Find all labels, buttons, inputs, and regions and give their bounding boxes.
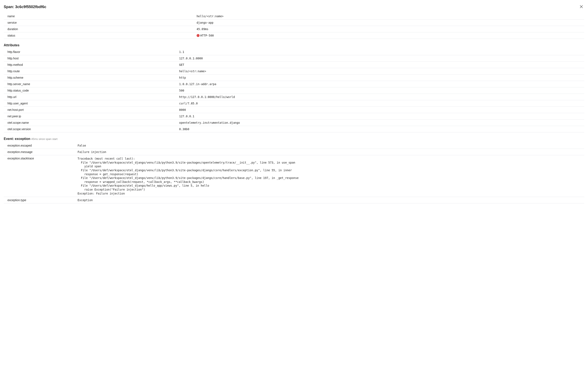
attr-value: 127.0.0.1 <box>178 113 584 120</box>
event-since: 45ms since span start <box>31 137 57 141</box>
attributes-table: http.flavor1.1http.host127.0.0.1:8000htt… <box>4 49 584 133</box>
title-prefix: Span: <box>4 5 15 9</box>
error-icon: ! <box>197 34 200 37</box>
event-heading: Event: exception 45ms since span start <box>4 137 584 141</box>
stacktrace: Traceback (most recent call last): File … <box>78 157 583 195</box>
attr-key: http.flavor <box>4 49 178 55</box>
attr-key: otel.scope.version <box>4 126 178 133</box>
event-key: exception.message <box>4 149 76 155</box>
table-row: net.peer.ip127.0.0.1 <box>4 113 584 120</box>
summary-value: hello/<str:name> <box>195 13 584 19</box>
summary-key: name <box>4 13 195 19</box>
event-table: exception.escapedFalseexception.messageF… <box>4 142 584 203</box>
table-row: http.flavor1.1 <box>4 49 584 55</box>
table-row: http.methodGET <box>4 62 584 68</box>
table-row: exception.typeException <box>4 197 584 203</box>
table-row: otel.scope.nameopentelemetry.instrumenta… <box>4 120 584 126</box>
table-row: exception.messageFailure injection <box>4 149 584 155</box>
summary-key: duration <box>4 26 195 32</box>
table-row: namehello/<str:name> <box>4 13 584 19</box>
table-row: http.status_code500 <box>4 87 584 94</box>
attr-value: http://127.0.0.1:8000/hello/world <box>178 94 584 100</box>
status-text: HTTP-500 <box>200 34 214 37</box>
table-row: duration45.09ms <box>4 26 584 32</box>
attr-value: hello/<str:name> <box>178 68 584 75</box>
summary-key: status <box>4 32 195 39</box>
span-id: 3c6c9f5502fbdf6c <box>15 5 46 9</box>
attr-value: 1.0.0.127.in-addr.arpa <box>178 81 584 87</box>
table-row: http.schemehttp <box>4 75 584 81</box>
attr-value: opentelemetry.instrumentation.django <box>178 120 584 126</box>
event-name: exception <box>15 137 30 141</box>
table-row: servicedjango-app <box>4 19 584 26</box>
table-row: exception.stacktraceTraceback (most rece… <box>4 155 584 197</box>
attr-value: GET <box>178 62 584 68</box>
summary-value: 45.09ms <box>195 26 584 32</box>
event-value: Traceback (most recent call last): File … <box>76 155 584 197</box>
event-value: False <box>76 142 584 149</box>
event-value: Exception <box>76 197 584 203</box>
attr-key: net.peer.ip <box>4 113 178 120</box>
attr-value: 500 <box>178 87 584 94</box>
attr-key: http.scheme <box>4 75 178 81</box>
event-value: Failure injection <box>76 149 584 155</box>
table-row: net.host.port8000 <box>4 107 584 113</box>
summary-key: service <box>4 19 195 26</box>
table-row: http.host127.0.0.1:8000 <box>4 55 584 62</box>
attr-key: http.method <box>4 62 178 68</box>
table-row: status!HTTP-500 <box>4 32 584 39</box>
attr-key: net.host.port <box>4 107 178 113</box>
attr-value: 1.1 <box>178 49 584 55</box>
attributes-heading: Attributes <box>4 43 584 47</box>
close-icon <box>579 6 583 9</box>
event-key: exception.stacktrace <box>4 155 76 197</box>
attr-key: http.user_agent <box>4 100 178 107</box>
event-key: exception.type <box>4 197 76 203</box>
event-key: exception.escaped <box>4 142 76 149</box>
table-row: http.routehello/<str:name> <box>4 68 584 75</box>
event-prefix: Event: <box>4 137 15 141</box>
attr-key: http.server_name <box>4 81 178 87</box>
attr-value: 127.0.0.1:8000 <box>178 55 584 62</box>
attr-key: http.route <box>4 68 178 75</box>
table-row: http.urlhttp://127.0.0.1:8000/hello/worl… <box>4 94 584 100</box>
attr-value: curl/7.85.0 <box>178 100 584 107</box>
table-row: otel.scope.version0.38b0 <box>4 126 584 133</box>
table-row: exception.escapedFalse <box>4 142 584 149</box>
summary-value: django-app <box>195 19 584 26</box>
attr-key: http.host <box>4 55 178 62</box>
attr-key: http.url <box>4 94 178 100</box>
attr-key: http.status_code <box>4 87 178 94</box>
table-row: http.server_name1.0.0.127.in-addr.arpa <box>4 81 584 87</box>
summary-table: namehello/<str:name>servicedjango-appdur… <box>4 13 584 39</box>
summary-value: !HTTP-500 <box>195 32 584 39</box>
panel-title: Span: 3c6c9f5502fbdf6c <box>4 5 46 9</box>
attr-value: 0.38b0 <box>178 126 584 133</box>
attr-value: http <box>178 75 584 81</box>
table-row: http.user_agentcurl/7.85.0 <box>4 100 584 107</box>
attr-key: otel.scope.name <box>4 120 178 126</box>
attr-value: 8000 <box>178 107 584 113</box>
close-button[interactable] <box>579 4 584 10</box>
